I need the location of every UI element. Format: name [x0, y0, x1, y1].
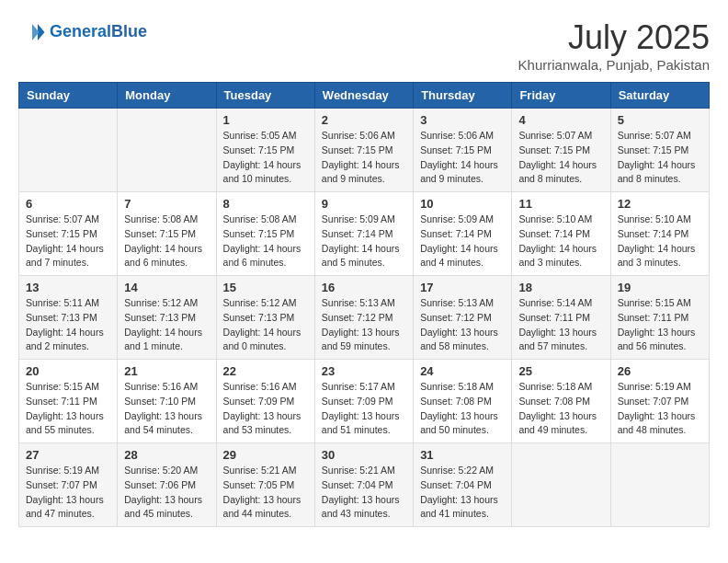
day-cell: 23Sunrise: 5:17 AM Sunset: 7:09 PM Dayli… — [314, 360, 413, 443]
location: Khurrianwala, Punjab, Pakistan — [518, 57, 710, 73]
day-number: 11 — [518, 197, 603, 211]
day-cell: 11Sunrise: 5:10 AM Sunset: 7:14 PM Dayli… — [512, 192, 610, 276]
page-header: GeneralBlue July 2025 Khurrianwala, Punj… — [18, 18, 710, 73]
day-number: 26 — [618, 364, 702, 378]
day-number: 9 — [322, 197, 406, 211]
week-row-2: 6Sunrise: 5:07 AM Sunset: 7:15 PM Daylig… — [19, 192, 710, 276]
day-number: 20 — [26, 364, 110, 378]
day-cell: 20Sunrise: 5:15 AM Sunset: 7:11 PM Dayli… — [19, 360, 118, 443]
day-info: Sunrise: 5:13 AM Sunset: 7:12 PM Dayligh… — [322, 296, 406, 354]
day-cell: 27Sunrise: 5:19 AM Sunset: 7:07 PM Dayli… — [19, 443, 118, 527]
day-number: 23 — [322, 364, 406, 378]
day-info: Sunrise: 5:13 AM Sunset: 7:12 PM Dayligh… — [420, 296, 505, 354]
day-info: Sunrise: 5:15 AM Sunset: 7:11 PM Dayligh… — [618, 296, 702, 354]
day-info: Sunrise: 5:18 AM Sunset: 7:08 PM Dayligh… — [420, 380, 505, 438]
calendar-body: 1Sunrise: 5:05 AM Sunset: 7:15 PM Daylig… — [19, 109, 710, 527]
day-number: 8 — [223, 197, 308, 211]
day-number: 24 — [420, 364, 505, 378]
day-number: 13 — [26, 281, 110, 294]
day-number: 4 — [518, 113, 603, 127]
header-row: SundayMondayTuesdayWednesdayThursdayFrid… — [19, 83, 710, 109]
day-cell: 10Sunrise: 5:09 AM Sunset: 7:14 PM Dayli… — [414, 192, 512, 276]
day-info: Sunrise: 5:10 AM Sunset: 7:14 PM Dayligh… — [618, 213, 702, 270]
week-row-4: 20Sunrise: 5:15 AM Sunset: 7:11 PM Dayli… — [19, 360, 710, 443]
day-cell — [19, 109, 118, 192]
day-info: Sunrise: 5:06 AM Sunset: 7:15 PM Dayligh… — [420, 129, 505, 187]
day-cell: 16Sunrise: 5:13 AM Sunset: 7:12 PM Dayli… — [314, 276, 413, 360]
day-info: Sunrise: 5:17 AM Sunset: 7:09 PM Dayligh… — [322, 380, 406, 438]
day-cell: 1Sunrise: 5:05 AM Sunset: 7:15 PM Daylig… — [216, 109, 314, 192]
day-number: 25 — [518, 364, 603, 378]
day-cell: 2Sunrise: 5:06 AM Sunset: 7:15 PM Daylig… — [314, 109, 413, 192]
header-cell-wednesday: Wednesday — [314, 83, 413, 109]
day-info: Sunrise: 5:19 AM Sunset: 7:07 PM Dayligh… — [618, 380, 702, 438]
day-number: 10 — [420, 197, 505, 211]
day-info: Sunrise: 5:20 AM Sunset: 7:06 PM Dayligh… — [124, 464, 209, 522]
day-cell: 15Sunrise: 5:12 AM Sunset: 7:13 PM Dayli… — [216, 276, 314, 360]
day-cell: 3Sunrise: 5:06 AM Sunset: 7:15 PM Daylig… — [414, 109, 512, 192]
week-row-5: 27Sunrise: 5:19 AM Sunset: 7:07 PM Dayli… — [19, 443, 710, 527]
day-info: Sunrise: 5:16 AM Sunset: 7:09 PM Dayligh… — [223, 380, 308, 438]
day-number: 29 — [223, 448, 308, 462]
day-info: Sunrise: 5:08 AM Sunset: 7:15 PM Dayligh… — [223, 213, 308, 270]
day-cell: 18Sunrise: 5:14 AM Sunset: 7:11 PM Dayli… — [512, 276, 610, 360]
logo-icon — [18, 18, 46, 46]
week-row-1: 1Sunrise: 5:05 AM Sunset: 7:15 PM Daylig… — [19, 109, 710, 192]
header-cell-monday: Monday — [118, 83, 216, 109]
day-number: 28 — [124, 448, 209, 462]
day-cell — [118, 109, 216, 192]
day-number: 19 — [618, 281, 702, 294]
day-number: 27 — [26, 448, 110, 462]
day-info: Sunrise: 5:05 AM Sunset: 7:15 PM Dayligh… — [223, 129, 308, 187]
day-cell: 19Sunrise: 5:15 AM Sunset: 7:11 PM Dayli… — [610, 276, 709, 360]
day-number: 31 — [420, 448, 505, 462]
day-info: Sunrise: 5:19 AM Sunset: 7:07 PM Dayligh… — [26, 464, 110, 522]
day-info: Sunrise: 5:21 AM Sunset: 7:05 PM Dayligh… — [223, 464, 308, 522]
day-cell: 6Sunrise: 5:07 AM Sunset: 7:15 PM Daylig… — [19, 192, 118, 276]
day-number: 6 — [26, 197, 110, 211]
day-number: 18 — [518, 281, 603, 294]
day-info: Sunrise: 5:18 AM Sunset: 7:08 PM Dayligh… — [518, 380, 603, 438]
day-cell: 26Sunrise: 5:19 AM Sunset: 7:07 PM Dayli… — [610, 360, 709, 443]
day-info: Sunrise: 5:21 AM Sunset: 7:04 PM Dayligh… — [322, 464, 406, 522]
day-info: Sunrise: 5:07 AM Sunset: 7:15 PM Dayligh… — [618, 129, 702, 187]
day-number: 5 — [618, 113, 702, 127]
calendar-header: SundayMondayTuesdayWednesdayThursdayFrid… — [19, 83, 710, 109]
title-block: July 2025 Khurrianwala, Punjab, Pakistan — [518, 18, 710, 73]
day-cell: 5Sunrise: 5:07 AM Sunset: 7:15 PM Daylig… — [610, 109, 709, 192]
logo: GeneralBlue — [18, 18, 147, 46]
day-info: Sunrise: 5:07 AM Sunset: 7:15 PM Dayligh… — [26, 213, 110, 270]
day-info: Sunrise: 5:16 AM Sunset: 7:10 PM Dayligh… — [124, 380, 209, 438]
day-cell: 7Sunrise: 5:08 AM Sunset: 7:15 PM Daylig… — [118, 192, 216, 276]
day-number: 17 — [420, 281, 505, 294]
day-cell: 8Sunrise: 5:08 AM Sunset: 7:15 PM Daylig… — [216, 192, 314, 276]
day-cell: 24Sunrise: 5:18 AM Sunset: 7:08 PM Dayli… — [414, 360, 512, 443]
day-cell — [512, 443, 610, 527]
header-cell-saturday: Saturday — [610, 83, 709, 109]
header-cell-friday: Friday — [512, 83, 610, 109]
day-cell — [610, 443, 709, 527]
day-number: 16 — [322, 281, 406, 294]
day-cell: 17Sunrise: 5:13 AM Sunset: 7:12 PM Dayli… — [414, 276, 512, 360]
day-number: 21 — [124, 364, 209, 378]
day-info: Sunrise: 5:09 AM Sunset: 7:14 PM Dayligh… — [420, 213, 505, 270]
day-cell: 4Sunrise: 5:07 AM Sunset: 7:15 PM Daylig… — [512, 109, 610, 192]
header-cell-tuesday: Tuesday — [216, 83, 314, 109]
day-info: Sunrise: 5:09 AM Sunset: 7:14 PM Dayligh… — [322, 213, 406, 270]
header-cell-thursday: Thursday — [414, 83, 512, 109]
day-cell: 13Sunrise: 5:11 AM Sunset: 7:13 PM Dayli… — [19, 276, 118, 360]
week-row-3: 13Sunrise: 5:11 AM Sunset: 7:13 PM Dayli… — [19, 276, 710, 360]
day-number: 2 — [322, 113, 406, 127]
day-number: 15 — [223, 281, 308, 294]
day-info: Sunrise: 5:11 AM Sunset: 7:13 PM Dayligh… — [26, 296, 110, 354]
day-info: Sunrise: 5:22 AM Sunset: 7:04 PM Dayligh… — [420, 464, 505, 522]
day-cell: 25Sunrise: 5:18 AM Sunset: 7:08 PM Dayli… — [512, 360, 610, 443]
day-cell: 12Sunrise: 5:10 AM Sunset: 7:14 PM Dayli… — [610, 192, 709, 276]
day-info: Sunrise: 5:06 AM Sunset: 7:15 PM Dayligh… — [322, 129, 406, 187]
day-cell: 14Sunrise: 5:12 AM Sunset: 7:13 PM Dayli… — [118, 276, 216, 360]
day-cell: 21Sunrise: 5:16 AM Sunset: 7:10 PM Dayli… — [118, 360, 216, 443]
day-info: Sunrise: 5:14 AM Sunset: 7:11 PM Dayligh… — [518, 296, 603, 354]
day-number: 3 — [420, 113, 505, 127]
logo-text: GeneralBlue — [50, 22, 147, 42]
calendar-table: SundayMondayTuesdayWednesdayThursdayFrid… — [18, 82, 710, 527]
